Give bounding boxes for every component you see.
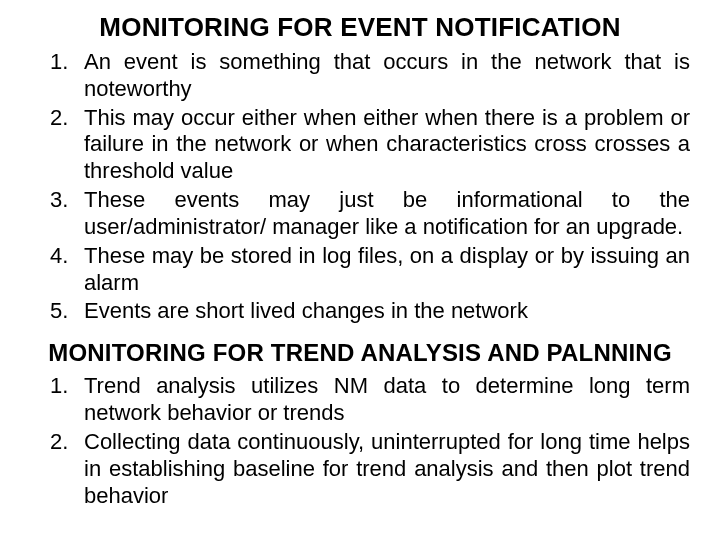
section1-title: MONITORING FOR EVENT NOTIFICATION xyxy=(30,12,690,43)
section1-list: An event is something that occurs in the… xyxy=(30,49,690,325)
list-item: This may occur either when either when t… xyxy=(84,105,690,185)
list-item: These events may just be informational t… xyxy=(84,187,690,241)
list-item: These may be stored in log files, on a d… xyxy=(84,243,690,297)
section2-list: Trend analysis utilizes NM data to deter… xyxy=(30,373,690,509)
list-item: Collecting data continuously, uninterrup… xyxy=(84,429,690,509)
list-item: Trend analysis utilizes NM data to deter… xyxy=(84,373,690,427)
section2-title: MONITORING FOR TREND ANALYSIS AND PALNNI… xyxy=(30,339,690,367)
list-item: An event is something that occurs in the… xyxy=(84,49,690,103)
list-item: Events are short lived changes in the ne… xyxy=(84,298,690,325)
